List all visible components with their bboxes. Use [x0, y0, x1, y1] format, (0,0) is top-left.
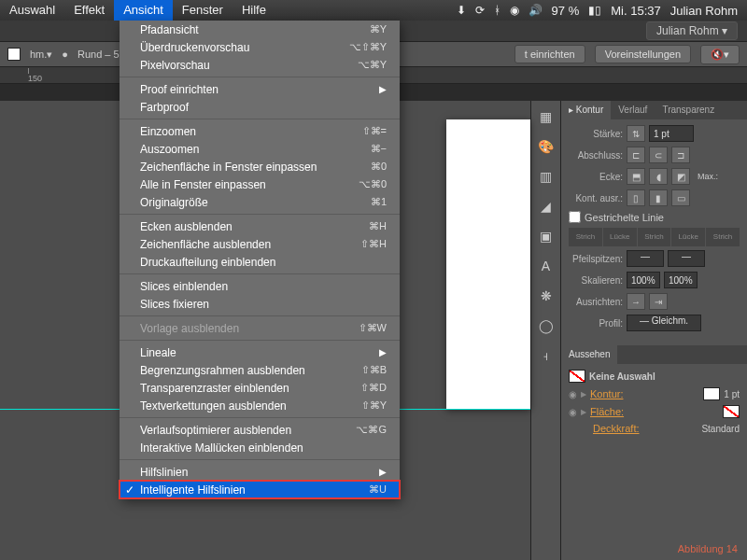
ruler-tick: 150: [28, 74, 42, 83]
stroke-swatch[interactable]: [703, 387, 720, 400]
brushes-icon[interactable]: ◢: [536, 196, 557, 217]
menu-item[interactable]: Interaktive Mallücken einblenden: [120, 439, 400, 456]
cap-butt-icon[interactable]: ⊏: [627, 147, 645, 163]
color-guide-icon[interactable]: ▥: [536, 166, 557, 187]
color-icon[interactable]: 🎨: [536, 136, 557, 157]
cap-round-icon[interactable]: ⊂: [649, 147, 668, 163]
menu-item[interactable]: Zeichenfläche ausblenden⇧⌘H: [120, 235, 400, 253]
align-icon[interactable]: ⫞: [536, 345, 557, 366]
menu-item[interactable]: Farbproof: [120, 98, 400, 116]
menu-item[interactable]: Verlaufsoptimierer ausblenden⌥⌘G: [120, 421, 400, 439]
align-end-icon[interactable]: ⇥: [649, 293, 668, 310]
artboards-icon[interactable]: ▣: [536, 226, 557, 246]
menu-hilfe[interactable]: Hilfe: [233, 0, 275, 21]
brush-swatch[interactable]: ●: [62, 49, 68, 60]
links-icon[interactable]: ◯: [536, 315, 557, 336]
stroke-swatch[interactable]: [7, 48, 21, 61]
menu-item[interactable]: Ecken ausblenden⌘H: [120, 217, 400, 235]
menu-item[interactable]: Begrenzungsrahmen ausblenden⇧⌘B: [120, 361, 400, 379]
menu-item[interactable]: Textverkettungen ausblenden⇧⌘Y: [120, 397, 400, 414]
tab-aussehen[interactable]: Aussehen: [561, 345, 617, 364]
dash-cell[interactable]: Strich: [569, 228, 602, 246]
cap-projecting-icon[interactable]: ⊐: [671, 147, 690, 163]
opacity-row-label[interactable]: Deckkraft:: [593, 423, 640, 434]
menu-item[interactable]: Druckaufteilung einblenden: [120, 253, 400, 271]
align-inside-icon[interactable]: ▮: [649, 189, 668, 206]
align-tip-icon[interactable]: →: [627, 293, 645, 310]
menu-item[interactable]: Pixelvorschau⌥⌘Y: [120, 56, 400, 74]
disclosure-icon[interactable]: ▶: [581, 408, 586, 416]
align-center-icon[interactable]: ▯: [627, 189, 645, 206]
artboard[interactable]: [446, 119, 530, 409]
tab-transparenz[interactable]: Transparenz: [655, 101, 722, 119]
right-tool-strip: ▦ 🎨 ▥ ◢ ▣ A ❋ ◯ ⫞: [530, 101, 560, 560]
dash-cell[interactable]: Strich: [638, 228, 671, 246]
sync-icon[interactable]: ⟳: [475, 4, 485, 17]
dropbox-icon[interactable]: ⬇: [457, 4, 466, 17]
symbols-icon[interactable]: ❋: [536, 286, 557, 306]
dash-cell[interactable]: Lücke: [671, 228, 705, 246]
profile-dropdown[interactable]: — Gleichm.: [627, 315, 701, 331]
bluetooth-icon[interactable]: ᚼ: [494, 4, 500, 17]
corner-bevel-icon[interactable]: ◩: [671, 168, 690, 185]
menu-item-label: Slices einblenden: [140, 280, 228, 293]
shortcut-label: ⇧⌘B: [361, 364, 387, 376]
menu-item[interactable]: Transparenzraster einblenden⇧⌘D: [120, 379, 400, 397]
menu-ansicht[interactable]: Ansicht: [114, 0, 173, 21]
dash-cell[interactable]: Lücke: [603, 228, 637, 246]
shortcut-label: ⇧⌘H: [360, 238, 387, 250]
fill-row-label[interactable]: Fläche:: [590, 406, 624, 417]
user-dropdown[interactable]: Julian Rohm ▾: [646, 21, 738, 40]
tab-kontur[interactable]: ▸ Kontur: [561, 101, 611, 119]
preferences-button[interactable]: Voreinstellungen: [595, 45, 691, 63]
align-outside-icon[interactable]: ▭: [671, 189, 690, 206]
right-panels: ▸ Kontur Verlauf Transparenz Stärke: ⇅ A…: [560, 101, 747, 560]
mute-icon[interactable]: 🔇▾: [700, 45, 740, 64]
scale-end-input[interactable]: [664, 272, 698, 288]
menu-item[interactable]: Slices einblenden: [120, 277, 400, 295]
tab-verlauf[interactable]: Verlauf: [611, 101, 655, 119]
menu-item[interactable]: Einzoomen⇧⌘=: [120, 122, 400, 140]
menu-fenster[interactable]: Fenster: [173, 0, 233, 21]
fill-swatch[interactable]: [723, 405, 740, 418]
menu-auswahl[interactable]: Auswahl: [0, 0, 64, 21]
menu-item[interactable]: Auszoomen⌘−: [120, 140, 400, 158]
wifi-icon[interactable]: ◉: [510, 4, 519, 17]
user-name[interactable]: Julian Rohm: [670, 4, 738, 18]
menu-item[interactable]: ✓Intelligente Hilfslinien⌘U: [120, 481, 400, 498]
menu-item[interactable]: Zeichenfläche in Fenster einpassen⌘0: [120, 158, 400, 175]
stepper-icon[interactable]: ⇅: [627, 125, 645, 142]
menu-item[interactable]: Slices fixieren: [120, 295, 400, 313]
visibility-icon[interactable]: ◉: [569, 389, 577, 399]
visibility-icon[interactable]: ◉: [569, 407, 577, 417]
dashed-checkbox[interactable]: [569, 211, 581, 223]
stroke-row-label[interactable]: Kontur:: [590, 388, 623, 399]
menu-item[interactable]: Originalgröße⌘1: [120, 193, 400, 211]
corner-round-icon[interactable]: ◖: [649, 168, 668, 185]
menu-item[interactable]: Alle in Fenster einpassen⌥⌘0: [120, 175, 400, 193]
menu-item[interactable]: Proof einrichten▶: [120, 80, 400, 98]
type-icon[interactable]: A: [536, 256, 557, 276]
swatches-icon[interactable]: ▦: [536, 106, 557, 127]
arrow-end[interactable]: —: [668, 250, 705, 267]
menu-item[interactable]: Pfadansicht⌘Y: [120, 21, 400, 38]
stroke-panel: Stärke: ⇅ Abschluss: ⊏ ⊂ ⊐ Ecke: ⬒ ◖ ◩ M…: [561, 119, 747, 342]
setup-button[interactable]: t einrichten: [514, 45, 585, 63]
disclosure-icon[interactable]: ▶: [581, 390, 586, 399]
scale-start-input[interactable]: [627, 272, 660, 288]
dash-cell[interactable]: Strich: [706, 228, 740, 246]
menu-item-label: Proof einrichten: [140, 83, 218, 96]
menu-item[interactable]: Lineale▶: [120, 343, 400, 361]
submenu-arrow-icon: ▶: [379, 84, 387, 94]
arrow-start[interactable]: —: [627, 250, 664, 267]
menu-effekt[interactable]: Effekt: [64, 0, 114, 21]
shortcut-label: ⌘H: [369, 220, 387, 232]
figure-label: Abbildung 14: [678, 543, 738, 554]
corner-miter-icon[interactable]: ⬒: [627, 168, 645, 185]
menu-item-label: Auszoomen: [140, 143, 199, 156]
volume-icon[interactable]: 🔊: [529, 4, 543, 17]
menu-item[interactable]: Überdruckenvorschau⌥⇧⌘Y: [120, 38, 400, 56]
menu-item[interactable]: Hilfslinien▶: [120, 463, 400, 481]
ansicht-dropdown: Pfadansicht⌘YÜberdruckenvorschau⌥⇧⌘YPixe…: [120, 21, 400, 498]
weight-input[interactable]: [649, 125, 694, 142]
